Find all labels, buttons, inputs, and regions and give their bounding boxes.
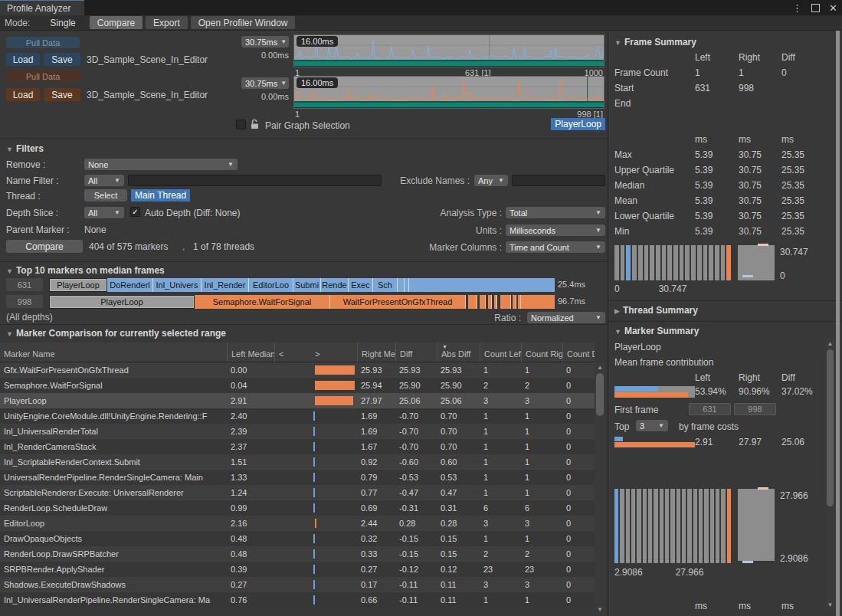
name-filter-input[interactable]	[128, 175, 382, 186]
marker-segment[interactable]: Sch	[373, 278, 398, 292]
marker-segment[interactable]: Semaphore.WaitForSignal	[195, 295, 330, 309]
frame-summary-header[interactable]: ▼Frame Summary	[614, 37, 696, 48]
marker-summary-header[interactable]: ▼Marker Summary	[614, 326, 699, 336]
auto-depth-checkbox[interactable]: ✓	[130, 207, 140, 217]
mode-compare-button[interactable]: Compare	[90, 16, 143, 29]
ratio-dropdown[interactable]: Normalized▼	[527, 312, 605, 323]
column-header[interactable]: Count Diff	[562, 342, 595, 362]
frame-time-graph-top[interactable]	[293, 34, 604, 67]
column-header[interactable]: Marker Name	[0, 342, 227, 362]
marker-row[interactable]: Inl_UniversalRenderTotal2.391.69-0.700.7…	[0, 424, 595, 439]
frame-index-button[interactable]: 631	[6, 278, 43, 291]
pull-data-right-button[interactable]: Pull Data	[6, 70, 80, 82]
marker-row[interactable]: Gfx.WaitForPresentOnGfxThread0.0025.9325…	[0, 362, 595, 378]
load-left-button[interactable]: Load	[6, 53, 40, 66]
window-tab[interactable]: Profile Analyzer	[0, 0, 84, 15]
marker-segment[interactable]: Submi	[293, 278, 321, 292]
marker-row[interactable]: Inl_UniversalRenderPipeline.RenderSingle…	[0, 592, 595, 608]
marker-segment[interactable]	[500, 295, 511, 309]
compare-button[interactable]: Compare	[6, 240, 83, 253]
marker-segment[interactable]: Inl_Render	[201, 278, 249, 292]
first-frame-right-button[interactable]: 998	[734, 403, 776, 415]
marker-segment[interactable]	[488, 295, 492, 309]
remove-dropdown[interactable]: None▼	[84, 159, 238, 170]
marker-segment[interactable]	[468, 295, 477, 309]
close-icon[interactable]: ✕	[829, 2, 837, 14]
thread-select-button[interactable]: Select	[84, 189, 127, 202]
depth-slice-dropdown[interactable]: All▼	[84, 207, 124, 218]
thread-summary-header[interactable]: ▶Thread Summary	[614, 305, 698, 316]
marker-segment[interactable]: Inl_Univers	[153, 278, 201, 292]
save-right-button[interactable]: Save	[44, 88, 80, 101]
column-header[interactable]: Diff	[395, 342, 437, 362]
column-header[interactable]: Count Left	[480, 342, 521, 362]
marker-segment[interactable]: Exec	[349, 278, 373, 292]
column-header[interactable]: Abs Diff▼	[437, 342, 480, 362]
marker-segment[interactable]	[521, 295, 555, 309]
marker-row[interactable]: UniversalRenderPipeline.RenderSingleCame…	[0, 470, 595, 485]
panel-edge-strip[interactable]	[836, 31, 840, 616]
scroll-up-icon[interactable]: ▲	[825, 340, 835, 347]
marker-row[interactable]: DrawOpaqueObjects0.480.32-0.150.15110	[0, 531, 595, 546]
analysis-type-dropdown[interactable]: Total▼	[506, 207, 605, 218]
marker-row[interactable]: Inl_RenderCameraStack2.371.67-0.700.7011…	[0, 439, 595, 454]
marker-row[interactable]: EditorLoop2.162.440.280.28330	[0, 516, 595, 531]
marker-segment[interactable]: DoRenderl	[107, 278, 153, 292]
marker-row[interactable]: PlayerLoop2.9127.9725.0625.06330	[0, 393, 595, 408]
pull-data-left-button[interactable]: Pull Data	[6, 37, 80, 48]
marker-segment[interactable]: PlayerLoop	[49, 278, 107, 292]
column-header[interactable]: Left Median	[227, 342, 274, 362]
exclude-mode-dropdown[interactable]: Any▼	[474, 175, 508, 186]
lock-icon[interactable]	[251, 119, 259, 132]
cell: 0.76	[227, 595, 274, 605]
marker-segment[interactable]	[494, 295, 497, 309]
summary-row: Upper Quartile5.3930.7525.35	[614, 165, 836, 177]
marker-segment[interactable]	[409, 278, 555, 292]
marker-row[interactable]: RenderLoop.ScheduleDraw0.990.69-0.310.31…	[0, 500, 595, 516]
summary-row: 53.94%90.96%37.02%	[614, 386, 836, 398]
marker-columns-dropdown[interactable]: Time and Count▼	[506, 241, 605, 253]
export-button[interactable]: Export	[146, 16, 188, 29]
units-dropdown[interactable]: Milliseconds▼	[506, 224, 605, 236]
exclude-names-input[interactable]	[512, 175, 605, 186]
marker-row[interactable]: Inl_ScriptableRenderContext.Submit1.510.…	[0, 454, 595, 470]
graph-top-scale-dropdown[interactable]: 30.75ms▼	[241, 36, 289, 48]
marker-segment[interactable]: PlayerLoop	[49, 295, 195, 309]
save-left-button[interactable]: Save	[44, 53, 80, 66]
comparison-header[interactable]: ▼Marker Comparison for currently selecte…	[6, 328, 226, 339]
marker-segment[interactable]: EditorLoo	[249, 278, 293, 292]
top-n-dropdown[interactable]: 3▼	[636, 420, 668, 431]
pair-graph-checkbox[interactable]	[236, 120, 246, 129]
marker-segment[interactable]	[398, 278, 405, 292]
graph-bottom-scale-dropdown[interactable]: 30.75ms▼	[241, 77, 289, 89]
histogram-bar	[665, 489, 669, 563]
cell: 6	[521, 503, 562, 513]
maximize-icon[interactable]	[811, 4, 820, 12]
marker-row[interactable]: Shadows.ExecuteDrawShadows0.270.17-0.110…	[0, 577, 595, 592]
scrollbar-thumb[interactable]	[596, 373, 604, 416]
marker-row[interactable]: Semaphore.WaitForSignal0.0425.9425.9025.…	[0, 378, 595, 393]
marker-segment[interactable]: Rende	[321, 278, 349, 292]
column-header[interactable]: Count Right	[521, 342, 562, 362]
column-header[interactable]: Right Median	[357, 342, 395, 362]
marker-row[interactable]: RenderLoop.DrawSRPBatcher0.480.33-0.150.…	[0, 546, 595, 562]
marker-segment[interactable]	[513, 295, 516, 309]
marker-row[interactable]: UnityEngine.CoreModule.dll!UnityEngine.R…	[0, 408, 595, 424]
marker-segment[interactable]	[480, 295, 486, 309]
marker-row[interactable]: ScriptableRenderer.Execute: UniversalRen…	[0, 485, 595, 500]
kebab-menu-icon[interactable]: ⋮	[792, 2, 802, 14]
frame-index-button[interactable]: 998	[6, 295, 43, 308]
mode-single-button[interactable]: Single	[39, 16, 86, 29]
scroll-up-icon[interactable]: ▲	[595, 364, 605, 371]
first-frame-left-button[interactable]: 631	[689, 403, 731, 415]
open-profiler-window-button[interactable]: Open Profiler Window	[191, 16, 296, 29]
marker-segment[interactable]: WaitForPresentOnGfxThread	[330, 295, 466, 309]
scroll-down-icon[interactable]: ▼	[595, 606, 605, 613]
load-right-button[interactable]: Load	[6, 88, 40, 101]
column-header-bars[interactable]: <>	[274, 342, 357, 362]
filters-header[interactable]: ▼Filters	[6, 143, 44, 154]
name-filter-mode-dropdown[interactable]: All▼	[84, 175, 124, 186]
frame-time-graph-bottom[interactable]	[293, 76, 604, 109]
table-scrollbar[interactable]: ▲ ▼	[595, 362, 605, 614]
marker-row[interactable]: SRPBRender.ApplyShader0.390.27-0.120.122…	[0, 562, 595, 577]
